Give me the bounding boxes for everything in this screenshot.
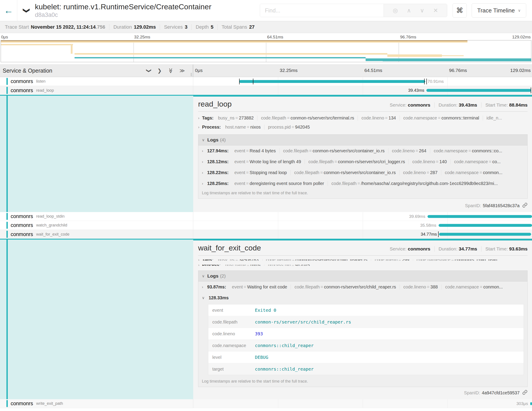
span-row-timeline-cell[interactable]: 303μs [193, 399, 532, 408]
find-next-icon[interactable]: ∨ [420, 7, 424, 14]
timeline-gridline [363, 230, 363, 239]
log-field-equals: = [308, 148, 313, 153]
minimap-gridline [266, 40, 266, 62]
link-icon[interactable] [520, 203, 528, 209]
span-row-name-cell[interactable]: conmonrslisten [0, 77, 193, 86]
span-row-timeline-cell[interactable]: 39.43ms [193, 86, 532, 95]
span-detail-panel: wait_for_exit_codeService: conmonrsDurat… [0, 240, 532, 399]
kv-value: nixos [250, 125, 261, 129]
kv-value: 942045 [295, 265, 310, 266]
span-bar[interactable] [439, 224, 532, 227]
collapse-trace-chevron-icon[interactable]: ❯ [23, 8, 31, 13]
log-field-key: target [208, 363, 255, 375]
keyboard-shortcuts-button[interactable]: ⌘ [453, 3, 467, 18]
kv-key: host.name [225, 265, 246, 266]
timeline-tick-label: 64.51ms [364, 68, 382, 73]
log-field-row: code.namespaceconmonrs::child_reaper [208, 340, 523, 351]
column-resize-handle[interactable]: ∥ [190, 72, 192, 76]
tags-row[interactable]: ›Tags:busy_ns=273882code.filepath=conmon… [198, 116, 528, 121]
back-button[interactable]: ← [0, 0, 17, 21]
logs-header[interactable]: ∨Logs (4) [198, 135, 527, 146]
minimap-axis: 0μs32.25ms64.51ms96.76ms129.02ms [0, 34, 532, 40]
kv-value: nixos [250, 265, 261, 266]
span-row-timeline-cell[interactable]: 39.69ms [193, 212, 532, 221]
divider [198, 111, 528, 112]
kv-item: process.pid=942045 [264, 265, 314, 266]
log-field-value: conmon... [483, 284, 503, 289]
log-field-key: event [234, 148, 245, 153]
span-start-time-label: Start Time: [485, 102, 509, 108]
span-row-name-cell[interactable]: conmonrsread_loop [0, 86, 193, 95]
chevron-right-icon: › [198, 125, 200, 129]
logs-header[interactable]: ∨Logs (2) [198, 271, 527, 282]
span-row-timeline-cell[interactable]: 70.91ms [193, 77, 532, 86]
match-case-icon[interactable]: ◎ [393, 7, 398, 14]
span-row-name-cell[interactable]: conmonrswait_for_exit_code [0, 230, 193, 239]
log-entry[interactable]: ›128.22ms:event=Stopping read loopcode.f… [198, 167, 527, 178]
span-bar[interactable] [239, 80, 425, 83]
log-field-equals: = [467, 148, 472, 153]
span-bar[interactable] [426, 89, 531, 92]
trace-view-selector[interactable]: Trace Timeline ∨ [472, 3, 526, 18]
span-id-label: SpanID: [465, 203, 481, 208]
log-field-row: code.lineno393 [208, 328, 523, 340]
divider [198, 255, 528, 255]
kv-equals: = [384, 116, 389, 120]
span-service-label: Service: [390, 246, 408, 251]
log-field-equals: = [245, 181, 250, 186]
span-row[interactable]: conmonrsread_loop_stdin39.69ms [0, 212, 532, 221]
tags-row[interactable]: ›Tags:busy_ns=34506763code.filepath=conm… [198, 259, 528, 261]
trace-title: kubelet: runtime.v1.RuntimeService/Creat… [35, 2, 211, 11]
collapse-all-icon[interactable]: ≫ [180, 68, 185, 74]
summary-item: Depth5 [192, 24, 218, 30]
timeline-gridline [278, 221, 278, 230]
find-prev-icon[interactable]: ∧ [407, 7, 411, 14]
span-row-name-cell[interactable]: conmonrswrite_exit_path [0, 399, 193, 408]
span-row-name-cell[interactable]: conmonrswatch_grandchild [0, 221, 193, 230]
find-clear-icon[interactable]: ✕ [433, 7, 438, 14]
span-row[interactable]: conmonrswait_for_exit_code34.77ms [0, 230, 532, 240]
log-entry[interactable]: ›93.87ms:event=Waiting for exit codecode… [198, 282, 527, 293]
log-entry[interactable]: ›127.94ms:event=Read 4 bytescode.filepat… [198, 146, 527, 156]
log-field: code.lineno=140 [408, 159, 450, 164]
span-row-timeline-cell[interactable]: 35.58ms [193, 221, 532, 230]
span-bar[interactable] [428, 215, 532, 218]
link-icon[interactable] [520, 390, 528, 396]
span-row[interactable]: conmonrsread_loop39.43ms [0, 86, 532, 96]
kv-value: conmon-rs/server/src/child_reaper.rs [295, 259, 368, 261]
span-bar[interactable] [439, 233, 531, 236]
span-row[interactable]: conmonrslisten70.91ms [0, 77, 532, 86]
log-field-value: conmonrs::child_reaper [255, 363, 314, 375]
span-service-value: conmonrs [408, 102, 430, 108]
kv-item: code.filepath=conmon-rs/server/src/termi… [257, 116, 358, 121]
service-name: conmonrs [11, 88, 33, 93]
log-field-key: code.filepath [332, 181, 357, 186]
span-duration-label: 70.91ms [428, 79, 444, 84]
log-field: event=Stopping read loop [231, 170, 290, 175]
log-field-key: code.lineno [412, 159, 435, 164]
span-row-timeline-cell[interactable]: 34.77ms [193, 230, 532, 239]
log-field-value: co... [492, 159, 501, 164]
service-operation-title: Service & Operation [3, 68, 52, 74]
find-input[interactable] [260, 4, 384, 17]
log-entry-expanded-header[interactable]: ∨128.33ms [198, 293, 527, 303]
span-row-name-cell[interactable]: conmonrsread_loop_stdin [0, 212, 193, 221]
chevron-right-icon: › [202, 285, 203, 289]
process-row[interactable]: ›Process:host.name=nixosprocess.pid=9420… [198, 125, 528, 130]
log-entry[interactable]: ›128.25ms:event=deregistering event sour… [198, 178, 527, 189]
span-bar[interactable] [530, 402, 532, 405]
expand-all-icon[interactable]: ≫ [168, 68, 173, 73]
minimap-canvas[interactable] [1, 40, 531, 62]
summary-label: Depth [196, 24, 209, 30]
process-row[interactable]: ›Process:host.name=nixosprocess.pid=9420… [198, 265, 528, 266]
kv-item: host.name=nixos [222, 265, 264, 266]
expand-one-icon[interactable]: ❯ [146, 68, 152, 73]
log-entry[interactable]: ›128.12ms:event=Wrote log line of length… [198, 156, 527, 167]
minimap-tick-label: 32.25ms [134, 35, 150, 39]
span-row[interactable]: conmonrswatch_grandchild35.58ms [0, 221, 532, 230]
span-duration: Duration: 34.77ms [434, 246, 477, 252]
span-service: Service: conmonrs [390, 246, 430, 252]
span-row[interactable]: conmonrswrite_exit_path303μs [0, 399, 532, 408]
log-field-equals: = [357, 181, 361, 186]
collapse-one-icon[interactable]: ❯ [158, 68, 162, 74]
